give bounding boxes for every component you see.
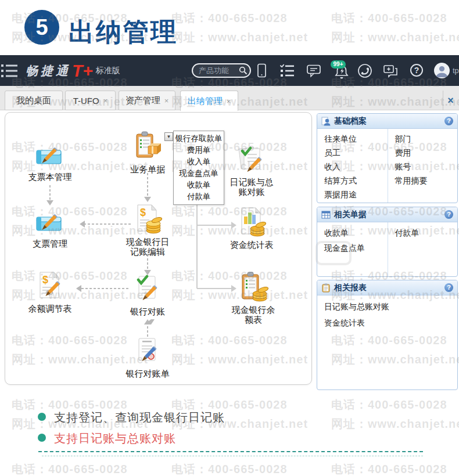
message-icon[interactable] xyxy=(306,63,321,78)
panel-link[interactable]: 费用 xyxy=(395,146,458,160)
flow-node-checkbook-management[interactable]: 支票本管理 xyxy=(18,137,82,182)
dropdown-arrow-button[interactable]: ▼ xyxy=(164,132,173,141)
mobile-app-icon[interactable] xyxy=(254,63,269,78)
tab-close-icon[interactable]: × xyxy=(227,97,231,106)
menu-item[interactable]: 收款单 xyxy=(174,179,224,191)
username-label: tp xyxy=(453,66,459,75)
tab-label: 出纳管理 xyxy=(188,96,223,107)
menu-item[interactable]: 现金盘点单 xyxy=(174,168,224,179)
help-icon[interactable]: ? xyxy=(410,64,423,77)
flow-node-label: 支票管理 xyxy=(26,239,74,248)
watermark-text: 网址：www.chanjet.net xyxy=(331,30,459,45)
flow-node-cash-bank-journal[interactable]: $ 现金银行日记账编辑 xyxy=(116,202,180,257)
tab-cashier-management[interactable]: 出纳管理 × xyxy=(180,91,238,111)
close-all-tabs-icon[interactable]: × xyxy=(443,91,458,110)
main-menu-icon[interactable] xyxy=(1,63,19,81)
doc-pen-seal-icon xyxy=(131,334,164,367)
flow-node-label: 资金统计表 xyxy=(227,240,276,250)
panel-body: 收款单 现金盘点单 付款单 xyxy=(317,222,457,276)
panel-help-icon[interactable]: ? xyxy=(444,210,453,219)
search-icon[interactable] xyxy=(239,66,248,75)
task-list-icon[interactable] xyxy=(279,63,295,78)
panel-column: 收款单 现金盘点单 xyxy=(317,222,388,276)
watermark-text: 电话：400-665-0028 xyxy=(171,461,288,476)
panel-link[interactable]: 员工 xyxy=(324,146,388,160)
tab-t-ufo[interactable]: T-UFO × xyxy=(65,91,116,110)
flow-node-balance-adjustment[interactable]: $ 余额调节表 xyxy=(18,269,82,313)
checkbook-icon xyxy=(33,137,67,171)
feature-bullet-2: 支持日记账与总账对账 xyxy=(54,431,176,446)
watermark-text: 电话：400-665-0028 xyxy=(331,10,447,26)
panel-body: 日记账与总账对账 资金统计表 xyxy=(317,295,457,390)
notification-badge: 99+ xyxy=(331,60,346,68)
flow-node-bank-reconciliation[interactable]: 银行对账 xyxy=(116,272,180,316)
panel-header: 相关单据 ? xyxy=(317,207,457,222)
panel-related-documents: 相关单据 ? 收款单 现金盘点单 付款单 xyxy=(317,207,458,277)
menu-item[interactable]: 费用单 xyxy=(174,145,224,156)
panel-link[interactable]: 收入 xyxy=(324,160,388,174)
phone-support-icon[interactable] xyxy=(357,63,372,78)
document-type-menu: 银行存取款单 费用单 收入单 现金盘点单 收款单 付款单 xyxy=(173,131,224,205)
panel-body: 往来单位 员工 收入 结算方式 票据用途 部门 费用 账号 常用摘要 xyxy=(317,129,457,203)
menu-item[interactable]: 付款单 xyxy=(174,191,224,203)
panel-link[interactable]: 付款单 xyxy=(395,225,458,240)
flow-node-fund-statistics[interactable]: 资金统计表 xyxy=(220,205,284,250)
tab-asset-management[interactable]: 资产管理 × xyxy=(119,91,175,110)
flow-node-label: 现金银行余额表 xyxy=(229,305,278,324)
doc-chart-coins-icon xyxy=(235,205,268,239)
panel-link[interactable]: 结算方式 xyxy=(324,174,388,187)
panel-link[interactable]: 部门 xyxy=(395,132,458,146)
bullet-dot xyxy=(38,413,46,421)
feedback-icon[interactable] xyxy=(383,63,398,78)
archive-person-icon xyxy=(321,117,331,126)
panel-link[interactable]: 往来单位 xyxy=(324,132,388,146)
menu-item[interactable]: 收入单 xyxy=(174,156,224,168)
avatar[interactable] xyxy=(434,63,450,78)
flow-node-label: 银行对账 xyxy=(123,306,172,316)
section-number-badge: 5 xyxy=(24,10,59,45)
panel-column: 往来单位 员工 收入 结算方式 票据用途 xyxy=(317,129,388,203)
panel-link[interactable]: 账号 xyxy=(395,160,458,174)
flow-node-label: 业务单据 xyxy=(123,164,172,174)
panel-link[interactable]: 票据用途 xyxy=(324,187,388,201)
checkbook-icon xyxy=(33,204,67,237)
doc-dollar-pen-icon: $ xyxy=(33,269,67,302)
panel-link[interactable]: 资金统计表 xyxy=(324,315,457,331)
panel-header: 基础档案 ? xyxy=(317,114,457,129)
menu-item[interactable]: 银行存取款单 xyxy=(174,133,224,145)
flowchart-panel: 支票本管理 业务单据 xyxy=(5,112,312,385)
flow-node-label: 银行对账单 xyxy=(123,369,172,378)
flow-node-label: 现金银行日记账编辑 xyxy=(123,237,172,257)
brand-tplus: T+ xyxy=(72,61,93,81)
flow-node-label: 支票本管理 xyxy=(26,172,74,182)
panel-link[interactable]: 日记账与总账对账 xyxy=(324,298,457,315)
tab-close-icon[interactable]: × xyxy=(164,96,169,105)
divider-dashed xyxy=(38,451,423,452)
brand-name: 畅捷通 xyxy=(26,63,71,79)
watermark-text: 电话：400-665-0028 xyxy=(331,461,447,476)
tab-label: 资产管理 xyxy=(125,95,160,106)
panel-related-reports: 相关报表 ? 日记账与总账对账 资金统计表 xyxy=(317,280,458,390)
panel-header: 相关报表 ? xyxy=(317,280,457,295)
panel-link[interactable]: 常用摘要 xyxy=(395,174,458,187)
flow-node-check-management[interactable]: 支票管理 xyxy=(18,204,82,248)
clipboard-box-icon xyxy=(131,129,164,163)
tab-bar: 我的桌面 T-UFO × 资产管理 × 出纳管理 × × xyxy=(0,86,459,110)
doc-check-pen-icon xyxy=(131,272,164,305)
tab-close-icon[interactable]: × xyxy=(103,96,108,105)
feature-bullet-1: 支持登记、查询现金银行日记账 xyxy=(54,410,225,425)
tab-my-desktop[interactable]: 我的桌面 xyxy=(5,91,63,110)
doc-dollar-coins-icon: $ xyxy=(131,202,164,236)
svg-text:$: $ xyxy=(140,207,146,218)
panel-link[interactable]: 收款单 xyxy=(324,225,388,240)
flow-node-journal-ledger-reconciliation[interactable]: 日记账与总账对账 xyxy=(220,142,284,197)
flow-node-bank-statement[interactable]: 银行对账单 xyxy=(116,334,180,378)
divider-dashed xyxy=(42,456,423,456)
panel-link[interactable]: 现金盘点单 xyxy=(324,240,388,255)
table-icon xyxy=(321,210,331,219)
panel-help-icon[interactable]: ? xyxy=(444,283,453,292)
product-search xyxy=(192,63,251,78)
panel-help-icon[interactable]: ? xyxy=(444,117,453,125)
flow-node-cash-bank-balance[interactable]: 现金银行余额表 xyxy=(221,270,285,324)
report-clipboard-icon xyxy=(321,283,331,293)
